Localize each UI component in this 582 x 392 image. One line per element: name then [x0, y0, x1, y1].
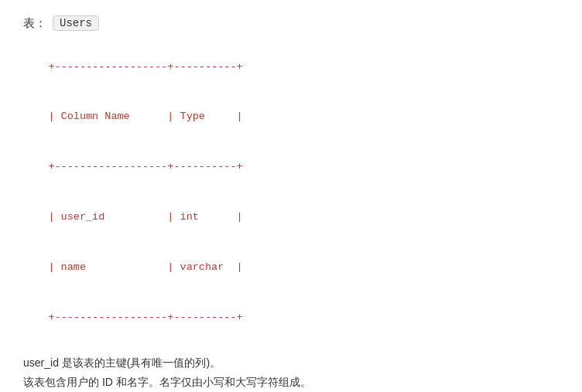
schema-line2: | Column Name | Type | [48, 111, 242, 122]
description-line2: 该表包含用户的 ID 和名字。名字仅由小写和大写字符组成。 [23, 373, 559, 392]
schema-line4: | user_id | int | [48, 211, 242, 223]
description-line1: user_id 是该表的主键(具有唯一值的列)。 [23, 353, 559, 373]
page-wrapper: 表： Users +------------------+----------+… [23, 15, 559, 392]
schema-line6: +------------------+----------+ [48, 312, 242, 323]
schema-table: +------------------+----------+ | Column… [23, 42, 559, 343]
schema-line5: | name | varchar | [48, 261, 242, 273]
table-name-badge: Users [53, 15, 99, 31]
schema-line1: +------------------+----------+ [48, 61, 242, 73]
description: user_id 是该表的主键(具有唯一值的列)。 该表包含用户的 ID 和名字。… [23, 353, 559, 392]
table-label: 表： Users [23, 15, 559, 31]
schema-line3: +------------------+----------+ [48, 161, 242, 172]
table-prefix: 表： [23, 16, 46, 31]
